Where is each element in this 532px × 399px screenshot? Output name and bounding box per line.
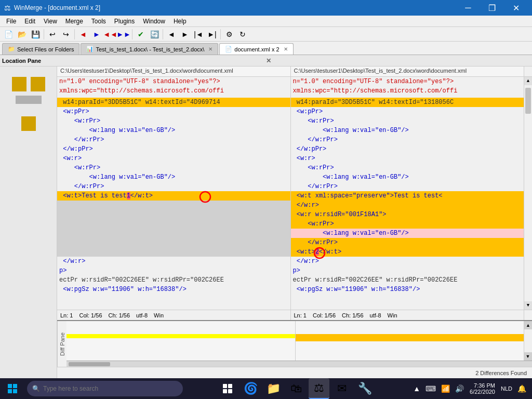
code-scroll-left[interactable]: n="1.0" encoding="UTF-8" standalone="yes… xyxy=(57,77,290,310)
taskbar-app7[interactable]: 🔧 xyxy=(354,378,375,399)
code-line: xmlns:wpc="http://schemas.microsoft.com/… xyxy=(57,86,290,96)
code-area: n="1.0" encoding="UTF-8" standalone="yes… xyxy=(57,77,532,310)
menu-bar: File Edit View Merge Tools Plugins Windo… xyxy=(0,16,532,27)
vscroll-bar[interactable]: ▲ ▼ xyxy=(524,77,532,310)
code-line: ectPr w:rsidR="002C26EE" w:rsidRPr="002C… xyxy=(291,275,524,285)
taskbar-task-view[interactable] xyxy=(217,378,238,399)
vscroll-up[interactable]: ▲ xyxy=(524,77,532,85)
diff-hscroll-thumb[interactable] xyxy=(69,362,110,366)
loc-bar-1 xyxy=(16,96,42,104)
toolbar-open[interactable]: 📂 xyxy=(16,28,28,41)
tab-close-xml[interactable]: ✕ xyxy=(284,46,288,52)
toolbar-prev-diff[interactable]: ◄ xyxy=(165,28,178,41)
diff-scroll-down[interactable]: ▼ xyxy=(524,352,532,361)
toolbar-green-check[interactable]: ✔ xyxy=(135,28,147,41)
code-line: p> xyxy=(291,266,524,275)
taskbar-store[interactable]: 🛍 xyxy=(286,378,307,399)
code-line-diff-r2: <w:t xml:space="preserve">Test is test< xyxy=(291,191,524,201)
svg-rect-7 xyxy=(228,384,232,388)
windows-logo-icon xyxy=(7,383,18,394)
toolbar-refresh[interactable]: ↻ xyxy=(236,28,249,41)
toolbar-new[interactable]: 📄 xyxy=(2,28,15,41)
diff-hscroll[interactable] xyxy=(66,361,532,367)
code-line: </w:r> xyxy=(291,257,524,266)
tray-wifi[interactable]: 📶 xyxy=(440,384,451,393)
toolbar-sep1 xyxy=(44,29,44,39)
tray-volume[interactable]: 🔊 xyxy=(454,384,466,393)
toolbar-last-diff[interactable]: ►| xyxy=(206,28,218,41)
toolbar-right-arrow[interactable]: ► xyxy=(90,28,103,41)
tray-keyboard[interactable]: ⌨ xyxy=(424,384,437,393)
menu-file[interactable]: File xyxy=(2,16,20,27)
start-button[interactable] xyxy=(0,378,25,399)
status-ln-left: Ln: 1 xyxy=(60,312,73,318)
code-scroll-right[interactable]: n="1.0" encoding="UTF-8" standalone="yes… xyxy=(291,77,524,310)
menu-plugins[interactable]: Plugins xyxy=(110,16,139,27)
minimize-button[interactable]: ─ xyxy=(456,0,480,16)
title-bar-left: ⚖ WinMerge - [document.xml x 2] xyxy=(4,4,100,12)
code-line-gray-1 xyxy=(57,201,290,210)
tab-close-test[interactable]: ✕ xyxy=(208,46,212,52)
vscroll-down[interactable]: ▼ xyxy=(524,301,532,310)
taskbar-search-box[interactable]: 🔍 xyxy=(27,381,183,396)
vscroll-track[interactable] xyxy=(524,85,532,301)
toolbar-copy-right[interactable]: ►► xyxy=(117,28,130,41)
vscroll-thumb[interactable] xyxy=(525,88,531,114)
code-line: ectPr w:rsidR="002C26EE" w:rsidRPr="002C… xyxy=(57,275,290,285)
menu-view[interactable]: View xyxy=(39,16,61,27)
tray-notification[interactable]: 🔔 xyxy=(516,384,528,393)
code-line: </w:pPr> xyxy=(291,144,524,154)
svg-rect-6 xyxy=(223,384,227,388)
code-line-diff-r5: <w:rPr> xyxy=(291,219,524,229)
toolbar-save[interactable]: 💾 xyxy=(29,28,42,41)
location-pane-close[interactable]: ✕ xyxy=(264,57,530,64)
code-line-gray-6 xyxy=(57,247,290,257)
toolbar-sep2 xyxy=(74,29,75,39)
toolbar-left-arrow[interactable]: ◄ xyxy=(77,28,89,41)
close-button[interactable]: ✕ xyxy=(504,0,528,16)
menu-tools[interactable]: Tools xyxy=(87,16,110,27)
menu-merge[interactable]: Merge xyxy=(61,16,87,27)
taskbar-mail[interactable]: ✉ xyxy=(331,378,352,399)
menu-help[interactable]: Help xyxy=(169,16,191,27)
diff-pane-area: Diff Pane ▲ ▼ xyxy=(57,320,532,367)
location-pane xyxy=(0,66,57,378)
toolbar-first-diff[interactable]: |◄ xyxy=(192,28,205,41)
code-line: </w:rPr> xyxy=(291,135,524,144)
code-line-diff-r6: <w:lang w:val="en-GB"/> xyxy=(291,229,524,238)
menu-window[interactable]: Window xyxy=(139,16,169,27)
restore-button[interactable]: ❐ xyxy=(480,0,504,16)
tray-language[interactable]: NLD xyxy=(499,385,514,392)
tab-document-xml[interactable]: 📄 document.xml x 2 ✕ xyxy=(219,43,293,55)
menu-edit[interactable]: Edit xyxy=(20,16,39,27)
code-line-diff-r4: <w:r w:rsidR="001F18A1"> xyxy=(291,210,524,219)
toolbar-undo[interactable]: ↩ xyxy=(46,28,59,41)
diff-bottom-scroll[interactable]: ▲ ▼ xyxy=(524,321,532,361)
toolbar-copy-left[interactable]: ◄◄ xyxy=(104,28,116,41)
diff-scroll-up[interactable]: ▲ xyxy=(524,321,532,329)
search-input[interactable] xyxy=(43,385,178,392)
diff-strip-right-1 xyxy=(296,334,524,341)
taskbar-file-explorer[interactable]: 📁 xyxy=(263,378,284,399)
code-line: <w:rPr> xyxy=(291,163,524,172)
taskbar-winmerge[interactable]: ⚖ xyxy=(309,378,329,399)
code-pane-right[interactable]: n="1.0" encoding="UTF-8" standalone="yes… xyxy=(291,77,524,310)
path-right: C:\Users\testuser1\Desktop\Test_is_test_… xyxy=(291,66,524,76)
code-line-gray-5 xyxy=(57,238,290,247)
toolbar-scan[interactable]: 🔄 xyxy=(148,28,161,41)
tab-test-files[interactable]: 📊 Test_is_test_1.docx\ - Test_is_test_2.… xyxy=(81,43,218,55)
code-line: <w:lang w:val="en-GB"/> xyxy=(291,126,524,135)
diff-area: C:\Users\testuser1\Desktop\Test_is_test_… xyxy=(57,66,532,378)
tray-up-arrow[interactable]: ▲ xyxy=(411,384,422,393)
tab-label-select: Select Files or Folders xyxy=(17,46,74,52)
bottom-status: 2 Differences Found xyxy=(57,367,532,378)
toolbar-options[interactable]: ⚙ xyxy=(223,28,235,41)
toolbar-redo[interactable]: ↪ xyxy=(60,28,72,41)
taskbar-tray: ▲ ⌨ 📶 🔊 7:36 PM 6/22/2020 NLD 🔔 xyxy=(407,382,532,395)
tray-clock[interactable]: 7:36 PM 6/22/2020 xyxy=(468,382,497,395)
code-line: <w:pgSz w:w="11906" w:h="16838"/> xyxy=(291,285,524,294)
taskbar-edge[interactable]: 🌀 xyxy=(240,378,261,399)
toolbar-next-diff[interactable]: ► xyxy=(179,28,191,41)
tab-select-files[interactable]: 📁 Select Files or Folders xyxy=(2,43,79,55)
code-pane-left[interactable]: n="1.0" encoding="UTF-8" standalone="yes… xyxy=(57,77,291,310)
